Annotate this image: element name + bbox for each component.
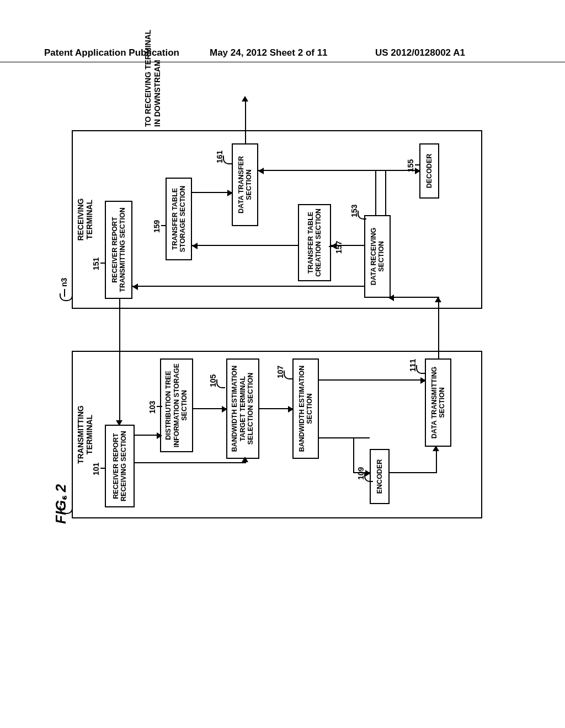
- transmitting-title: TRANSMITTING TERMINAL: [76, 405, 94, 464]
- arrow-head-icon: [420, 377, 426, 384]
- header-center: May 24, 2012 Sheet 2 of 11: [210, 47, 328, 58]
- arrow-icon: [192, 192, 232, 193]
- arrow-icon: [258, 170, 386, 171]
- arrow-head-icon: [435, 297, 441, 302]
- arrow-icon: [353, 438, 354, 473]
- arrow-icon: [245, 99, 246, 143]
- arrow-icon: [193, 408, 226, 409]
- header-right: US 2012/0128002 A1: [375, 47, 465, 58]
- arrow-head-icon: [227, 190, 233, 196]
- ref-105: 105: [209, 374, 217, 387]
- block-157: TRANSFER TABLE CREATION SECTION: [298, 204, 331, 281]
- arrow-icon: [135, 462, 245, 463]
- block-161-label: DATA TRANSFER SECTION: [237, 148, 253, 222]
- arrow-icon: [375, 171, 376, 215]
- ref-153: 153: [350, 205, 359, 217]
- transmitting-tag-text: s: [60, 495, 68, 500]
- arrow-icon: [385, 170, 386, 215]
- arrow-head-icon: [258, 168, 264, 174]
- block-111: DATA TRANSMITTING SECTION: [425, 358, 451, 447]
- arrow-icon: [259, 408, 292, 409]
- arrow-head-icon: [116, 420, 122, 426]
- block-103-label: DISTRIBUTION TREE INFORMATION STORAGE SE…: [164, 363, 188, 448]
- arrow-icon: [438, 298, 439, 358]
- arrow-icon: [319, 437, 370, 438]
- block-103: DISTRIBUTION TREE INFORMATION STORAGE SE…: [160, 358, 193, 452]
- ref-111: 111: [408, 359, 417, 372]
- block-155: DECODER: [419, 143, 439, 199]
- arrow-icon: [319, 379, 425, 381]
- page-header: Patent Application Publication May 24, 2…: [0, 47, 565, 62]
- arrow-head-icon: [388, 295, 394, 301]
- ref-151: 151: [92, 258, 100, 270]
- ref-159-text: 159: [152, 220, 161, 233]
- diagram-container: TRANSMITTING TERMINAL s RECEIVER REPORT …: [55, 83, 530, 524]
- block-153: DATA RECEIVING SECTION: [364, 215, 391, 298]
- block-161: DATA TRANSFER SECTION: [232, 143, 258, 226]
- arrow-head-icon: [331, 243, 337, 249]
- ref-159: 159: [152, 220, 161, 233]
- ref-109: 109: [356, 467, 365, 480]
- arrow-head-icon: [242, 457, 248, 462]
- receiving-tag-text: n3: [60, 278, 68, 287]
- ref-161: 161: [215, 151, 224, 163]
- arrow-icon: [375, 170, 419, 171]
- block-153-label: DATA RECEIVING SECTION: [370, 220, 386, 293]
- block-107: BANDWIDTH ESTIMATION SECTION: [292, 358, 319, 459]
- block-101-label: RECEIVER REPORT RECEIVING SECTION: [112, 429, 128, 503]
- transmitting-tag: s: [60, 495, 68, 500]
- ref-107: 107: [276, 366, 285, 378]
- receiving-title: RECEIVING TERMINAL: [76, 198, 94, 240]
- downstream-label: TO RECEIVING TERMINAL IN DOWNSTREAM: [143, 30, 162, 127]
- block-105-label: BANDWIDTH ESTIMATION TARGET TERMINAL SEL…: [231, 363, 254, 454]
- block-diagram: TRANSMITTING TERMINAL s RECEIVER REPORT …: [55, 83, 530, 524]
- arrow-head-icon: [192, 243, 198, 249]
- block-151: RECEIVER REPORT TRANSMITTING SECTION: [105, 201, 132, 299]
- patent-page: Patent Application Publication May 24, 2…: [0, 0, 565, 728]
- block-105: BANDWIDTH ESTIMATION TARGET TERMINAL SEL…: [226, 358, 259, 459]
- arrow-icon: [132, 286, 364, 287]
- ref-101: 101: [92, 463, 100, 475]
- block-151-label: RECEIVER REPORT TRANSMITTING SECTION: [111, 205, 127, 295]
- receiving-tag: n3: [60, 278, 68, 287]
- block-157-label: TRANSFER TABLE CREATION SECTION: [307, 208, 323, 277]
- arrow-head-icon: [365, 470, 371, 477]
- arrow-icon: [436, 449, 437, 473]
- arrow-head-icon: [433, 446, 439, 451]
- block-101: RECEIVER REPORT RECEIVING SECTION: [105, 425, 135, 507]
- arrow-head-icon: [415, 168, 420, 174]
- arrow-icon: [119, 299, 120, 425]
- ref-151-text: 151: [92, 258, 100, 270]
- arrow-head-icon: [288, 406, 294, 413]
- block-159: TRANSFER TABLE STORAGE SECTION: [166, 178, 192, 260]
- arrow-head-icon: [132, 283, 138, 290]
- block-111-label: DATA TRANSMITTING SECTION: [430, 363, 446, 442]
- arrow-head-icon: [242, 96, 248, 101]
- arrow-head-icon: [157, 432, 162, 439]
- ref-103-text: 103: [148, 401, 157, 414]
- arrow-icon: [390, 472, 436, 473]
- block-109-label: ENCODER: [376, 459, 383, 494]
- block-107-label: BANDWIDTH ESTIMATION SECTION: [298, 363, 314, 454]
- block-155-label: DECODER: [425, 154, 433, 189]
- arrow-icon: [192, 245, 298, 246]
- arrow-head-icon: [222, 406, 227, 413]
- ref-101-text: 101: [92, 463, 100, 475]
- ref-103: 103: [148, 401, 157, 414]
- block-159-label: TRANSFER TABLE STORAGE SECTION: [171, 182, 187, 256]
